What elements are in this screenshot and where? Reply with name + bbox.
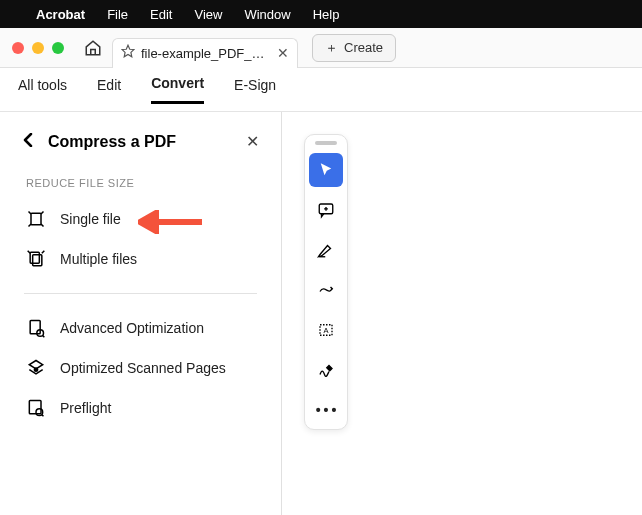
- tool-draw[interactable]: [309, 273, 343, 307]
- option-label: Preflight: [60, 400, 111, 416]
- sign-icon: [317, 361, 335, 379]
- panel-header: Compress a PDF ✕: [0, 132, 281, 151]
- window-bar: file-example_PDF_500… ✕ ＋ Create: [0, 28, 642, 68]
- menu-window[interactable]: Window: [244, 7, 290, 22]
- svg-rect-2: [30, 252, 39, 263]
- minimize-window-button[interactable]: [32, 42, 44, 54]
- option-label: Single file: [60, 211, 121, 227]
- left-panel: Compress a PDF ✕ REDUCE FILE SIZE Single…: [0, 112, 282, 515]
- svg-marker-0: [122, 45, 134, 57]
- svg-rect-4: [30, 321, 40, 334]
- tool-textbox[interactable]: A: [309, 313, 343, 347]
- svg-rect-7: [29, 401, 41, 414]
- canvas-area: A •••: [282, 112, 642, 515]
- home-icon: [84, 39, 102, 57]
- highlight-icon: [317, 241, 335, 259]
- tool-more[interactable]: •••: [309, 393, 343, 427]
- compress-multiple-icon: [26, 249, 46, 269]
- scanned-pages-icon: [26, 358, 46, 378]
- ellipsis-icon: •••: [316, 402, 340, 418]
- tool-tabs: All tools Edit Convert E-Sign: [0, 68, 642, 112]
- tab-convert[interactable]: Convert: [151, 75, 204, 104]
- menu-help[interactable]: Help: [313, 7, 340, 22]
- svg-text:A: A: [323, 326, 328, 335]
- cursor-icon: [317, 161, 335, 179]
- create-button[interactable]: ＋ Create: [312, 34, 396, 62]
- draw-icon: [317, 281, 335, 299]
- app-name[interactable]: Acrobat: [36, 7, 85, 22]
- macos-menubar: Acrobat File Edit View Window Help: [0, 0, 642, 28]
- svg-rect-3: [33, 255, 42, 266]
- tab-esign[interactable]: E-Sign: [234, 77, 276, 103]
- preflight-icon: [26, 398, 46, 418]
- tool-highlight[interactable]: [309, 233, 343, 267]
- plus-icon: ＋: [325, 39, 338, 57]
- zoom-window-button[interactable]: [52, 42, 64, 54]
- create-label: Create: [344, 40, 383, 55]
- vertical-toolbar: A •••: [304, 134, 348, 430]
- tab-edit[interactable]: Edit: [97, 77, 121, 103]
- separator: [24, 293, 257, 294]
- option-label: Optimized Scanned Pages: [60, 360, 226, 376]
- tool-cursor[interactable]: [309, 153, 343, 187]
- option-multiple-files[interactable]: Multiple files: [0, 239, 281, 279]
- traffic-lights: [12, 42, 64, 54]
- advanced-optimization-icon: [26, 318, 46, 338]
- chevron-left-icon: [22, 133, 34, 147]
- comment-icon: [317, 201, 335, 219]
- home-button[interactable]: [82, 37, 104, 59]
- compress-single-icon: [26, 209, 46, 229]
- option-preflight[interactable]: Preflight: [0, 388, 281, 428]
- back-button[interactable]: [22, 133, 34, 151]
- annotation-arrow: [138, 210, 202, 234]
- menu-file[interactable]: File: [107, 7, 128, 22]
- document-tab[interactable]: file-example_PDF_500… ✕: [112, 38, 298, 68]
- svg-point-6: [34, 368, 37, 371]
- menu-view[interactable]: View: [194, 7, 222, 22]
- option-label: Multiple files: [60, 251, 137, 267]
- panel-close-button[interactable]: ✕: [246, 132, 259, 151]
- svg-rect-1: [31, 213, 41, 225]
- menu-edit[interactable]: Edit: [150, 7, 172, 22]
- main-area: Compress a PDF ✕ REDUCE FILE SIZE Single…: [0, 112, 642, 515]
- close-window-button[interactable]: [12, 42, 24, 54]
- option-advanced-optimization[interactable]: Advanced Optimization: [0, 308, 281, 348]
- section-label: REDUCE FILE SIZE: [0, 151, 281, 199]
- toolbar-drag-handle[interactable]: [315, 141, 337, 145]
- tool-sign[interactable]: [309, 353, 343, 387]
- tab-close-button[interactable]: ✕: [277, 45, 289, 61]
- tab-title: file-example_PDF_500…: [141, 46, 271, 61]
- panel-title: Compress a PDF: [48, 133, 232, 151]
- option-label: Advanced Optimization: [60, 320, 204, 336]
- star-icon[interactable]: [121, 44, 135, 62]
- tab-all-tools[interactable]: All tools: [18, 77, 67, 103]
- tool-comment[interactable]: [309, 193, 343, 227]
- option-optimized-scanned[interactable]: Optimized Scanned Pages: [0, 348, 281, 388]
- textbox-icon: A: [317, 321, 335, 339]
